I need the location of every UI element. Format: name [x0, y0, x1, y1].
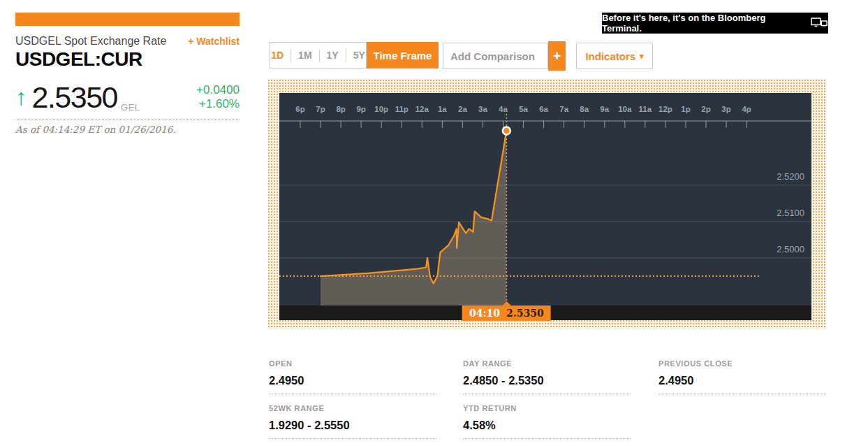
- range-1y[interactable]: 1Y: [319, 49, 346, 62]
- svg-text:2.5000: 2.5000: [777, 244, 804, 254]
- instrument-title: USDGEL Spot Exchange Rate: [15, 35, 166, 48]
- stat-52wk-range: 52WK RANGE 1.9290 - 2.5550: [269, 404, 436, 439]
- stat-value: 2.4850 - 2.5350: [463, 374, 631, 394]
- svg-text:1a: 1a: [438, 105, 447, 113]
- stat-value: 1.9290 - 2.5550: [269, 419, 436, 439]
- range-1d[interactable]: 1D: [264, 49, 290, 62]
- svg-text:2p: 2p: [701, 105, 710, 113]
- stat-day-range: DAY RANGE 2.4850 - 2.5350: [463, 359, 631, 394]
- stat-label: PREVIOUS CLOSE: [659, 359, 826, 368]
- add-to-watchlist-link[interactable]: + Watchlist: [188, 36, 240, 47]
- price-change: +0.0400 +1.60%: [196, 80, 240, 111]
- svg-text:5a: 5a: [519, 105, 528, 113]
- stat-label: DAY RANGE: [463, 359, 631, 368]
- range-1m[interactable]: 1M: [290, 49, 318, 62]
- svg-text:2a: 2a: [458, 105, 467, 113]
- tooltip-time: 04:10: [469, 308, 500, 319]
- svg-text:7p: 7p: [316, 105, 325, 113]
- add-comparison-plus-button[interactable]: +: [548, 41, 566, 71]
- chart-svg: 2.52002.51002.50006p7p8p9p10p11p12a1a2a3…: [279, 93, 811, 320]
- indicators-label: Indicators: [585, 50, 635, 62]
- tooltip-value: 2.5350: [506, 308, 544, 319]
- svg-text:9a: 9a: [600, 105, 609, 113]
- instrument-row: USDGEL Spot Exchange Rate + Watchlist: [15, 35, 240, 48]
- svg-text:12a: 12a: [415, 105, 429, 113]
- change-absolute: +0.0400: [196, 83, 240, 96]
- stat-label: 52WK RANGE: [269, 404, 436, 412]
- range-selector: 1D 1M 1Y 5Y: [270, 42, 367, 69]
- stat-label: YTD RETURN: [463, 404, 631, 412]
- svg-text:1p: 1p: [681, 105, 690, 113]
- svg-text:4a: 4a: [499, 105, 508, 113]
- stat-open: OPEN 2.4950: [269, 359, 436, 394]
- svg-text:8a: 8a: [580, 105, 589, 113]
- ticker-symbol: USDGEL:CUR: [15, 48, 142, 71]
- svg-text:6p: 6p: [295, 105, 304, 113]
- stat-label: OPEN: [269, 359, 436, 368]
- price-currency: GEL: [121, 102, 140, 113]
- dotted-divider: [15, 120, 240, 120]
- terminal-banner-text: Before it's here, it's on the Bloomberg …: [602, 13, 804, 34]
- stat-ytd-return: YTD RETURN 4.58%: [463, 404, 631, 439]
- brand-accent-bar: [15, 13, 240, 26]
- svg-text:8p: 8p: [336, 105, 345, 113]
- stat-value: 2.4950: [659, 374, 826, 394]
- svg-text:3p: 3p: [721, 105, 730, 113]
- terminal-monitors-icon: [811, 17, 828, 29]
- svg-text:7a: 7a: [559, 105, 568, 113]
- svg-text:10a: 10a: [618, 105, 632, 113]
- svg-text:3a: 3a: [478, 105, 487, 113]
- stat-value: 2.4950: [269, 374, 436, 394]
- terminal-banner[interactable]: Before it's here, it's on the Bloomberg …: [602, 13, 828, 34]
- change-percent: +1.60%: [199, 97, 240, 110]
- add-comparison-input[interactable]: [443, 43, 548, 69]
- svg-text:6a: 6a: [539, 105, 548, 113]
- svg-text:2.5200: 2.5200: [777, 171, 804, 182]
- crosshair-tooltip: 04:10 2.5350: [462, 305, 551, 321]
- svg-text:2.5100: 2.5100: [777, 208, 804, 218]
- plus-icon: +: [553, 48, 561, 64]
- svg-text:10p: 10p: [374, 105, 388, 113]
- price-chart[interactable]: 2.52002.51002.50006p7p8p9p10p11p12a1a2a3…: [279, 93, 811, 320]
- indicators-button[interactable]: Indicators ▾: [576, 43, 653, 69]
- svg-text:4p: 4p: [742, 105, 751, 113]
- stat-value: 4.58%: [463, 419, 631, 439]
- svg-text:12p: 12p: [659, 105, 672, 113]
- price-block: ↑ 2.5350 GEL +0.0400 +1.60%: [15, 80, 240, 117]
- svg-text:11a: 11a: [639, 105, 652, 113]
- as-of-timestamp: As of 04:14:29 ET on 01/26/2016.: [15, 124, 240, 135]
- svg-text:9p: 9p: [356, 105, 365, 113]
- stat-previous-close: PREVIOUS CLOSE 2.4950: [659, 359, 826, 394]
- last-price: 2.5350: [32, 80, 118, 115]
- up-arrow-icon: ↑: [15, 80, 27, 115]
- time-frame-button[interactable]: Time Frame: [367, 42, 439, 69]
- caret-down-icon: ▾: [640, 52, 644, 61]
- svg-text:11p: 11p: [395, 105, 409, 113]
